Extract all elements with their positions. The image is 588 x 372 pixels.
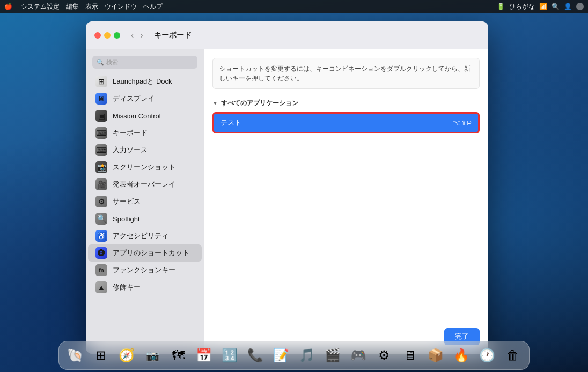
section-chevron-icon: ▼ xyxy=(212,100,218,106)
sidebar-item-appshortcuts[interactable]: 🅐 アプリのショートカット xyxy=(88,244,202,262)
sidebar-item-label: ファンクションキー xyxy=(113,265,175,275)
keyboard-icon: ⌨ xyxy=(95,127,107,139)
dock-facetime[interactable]: 📞 xyxy=(244,344,267,367)
apple-menu[interactable]: 🍎 xyxy=(4,3,12,10)
sidebar-item-label: スクリーンショット xyxy=(113,162,175,172)
screenshot-icon: 📸 xyxy=(95,161,107,173)
sidebar-item-services[interactable]: ⚙ サービス xyxy=(88,193,202,210)
menubar-system-settings[interactable]: システム設定 xyxy=(21,2,60,11)
services-icon: ⚙ xyxy=(95,196,107,207)
shortcut-name: テスト xyxy=(220,118,241,128)
dock-notes[interactable]: 📝 xyxy=(269,344,293,367)
window-title: キーボード xyxy=(154,31,192,40)
dock: 🐚 ⊞ 🧭 📷 🗺 📅 🔢 📞 📝 🎵 🎬 🎮 ⚙ 🖥 📦 🔥 🕐 🗑 xyxy=(58,341,530,370)
sidebar-item-label: 入力ソース xyxy=(113,145,148,155)
back-button[interactable]: ‹ xyxy=(129,29,136,41)
dock-finder[interactable]: 🐚 xyxy=(63,344,87,367)
menubar-view[interactable]: 表示 xyxy=(85,2,98,11)
display-icon: 🖥 xyxy=(95,93,107,105)
menubar-user-icon[interactable]: 👤 xyxy=(564,3,572,10)
search-placeholder: 検索 xyxy=(106,58,118,66)
dock-safari[interactable]: 🧭 xyxy=(115,344,138,367)
minimize-button[interactable] xyxy=(104,32,111,39)
sidebar-item-label: キーボード xyxy=(113,128,148,138)
sidebar: 🔍 検索 ⊞ Launchpadと Dock 🖥 ディスプレイ ▣ Missio… xyxy=(86,49,204,354)
sidebar-item-launchpad[interactable]: ⊞ Launchpadと Dock xyxy=(88,73,202,90)
sidebar-item-label: 発表者オーバーレイ xyxy=(113,180,175,189)
sidebar-item-label: Mission Control xyxy=(113,112,161,120)
sidebar-item-label: アプリのショートカット xyxy=(113,248,189,258)
sidebar-item-label: ディスプレイ xyxy=(113,94,155,103)
menubar-control-center[interactable] xyxy=(576,3,584,10)
function-icon: fn xyxy=(95,264,107,276)
sidebar-item-display[interactable]: 🖥 ディスプレイ xyxy=(88,90,202,107)
system-preferences-window: ‹ › キーボード 🔍 検索 ⊞ Launchpadと Dock 🖥 ディスプレ xyxy=(86,21,488,354)
sidebar-item-input[interactable]: ⌨ 入力ソース xyxy=(88,142,202,159)
dock-monitor[interactable]: 🖥 xyxy=(398,344,422,367)
sidebar-item-label: Spotlight xyxy=(113,215,140,223)
accessibility-icon: ♿ xyxy=(95,230,107,242)
sidebar-item-label: サービス xyxy=(113,197,141,206)
menubar-wifi-icon[interactable]: 📶 xyxy=(539,3,547,10)
sidebar-item-label: 修飾キー xyxy=(113,282,141,292)
desktop: 🍎 システム設定 編集 表示 ウインドウ ヘルプ 🔋 ひらがな 📶 🔍 👤 xyxy=(0,0,588,372)
sidebar-item-accessibility[interactable]: ♿ アクセシビリティ xyxy=(88,227,202,244)
shortcut-key: ⌥⇧P xyxy=(453,119,472,127)
sidebar-item-screenshot[interactable]: 📸 スクリーンショット xyxy=(88,159,202,176)
shortcut-row[interactable]: テスト ⌥⇧P xyxy=(212,112,480,133)
dock-tv[interactable]: 🎬 xyxy=(321,344,344,367)
menubar-help[interactable]: ヘルプ xyxy=(143,2,163,11)
dock-music[interactable]: 🎵 xyxy=(295,344,319,367)
dock-trash[interactable]: 🗑 xyxy=(501,344,525,367)
dock-launchpad[interactable]: ⊞ xyxy=(89,344,113,367)
spotlight-icon: 🔍 xyxy=(95,213,107,225)
section-title: すべてのアプリケーション xyxy=(221,99,298,108)
window-body: 🔍 検索 ⊞ Launchpadと Dock 🖥 ディスプレイ ▣ Missio… xyxy=(86,49,488,354)
dock-calendar[interactable]: 📅 xyxy=(192,344,216,367)
sidebar-item-modifier[interactable]: ▲ 修飾キー xyxy=(88,279,202,296)
dock-calculator[interactable]: 🔢 xyxy=(218,344,241,367)
hint-text: ショートカットを変更するには、キーコンビネーションをダブルクリックしてから、新し… xyxy=(212,58,480,89)
presenter-icon: 🎥 xyxy=(95,178,107,190)
dock-package[interactable]: 📦 xyxy=(424,344,447,367)
forward-button[interactable]: › xyxy=(138,29,145,41)
section-header[interactable]: ▼ すべてのアプリケーション xyxy=(212,96,480,110)
dock-clock[interactable]: 🕐 xyxy=(475,344,499,367)
modifier-icon: ▲ xyxy=(95,281,107,293)
traffic-lights xyxy=(94,32,120,39)
main-panel: ショートカットを変更するには、キーコンビネーションをダブルクリックしてから、新し… xyxy=(204,49,488,354)
search-icon: 🔍 xyxy=(97,59,104,66)
menubar-right: 🔋 ひらがな 📶 🔍 👤 xyxy=(497,2,584,11)
input-icon: ⌨ xyxy=(95,144,107,156)
sidebar-item-mission-control[interactable]: ▣ Mission Control xyxy=(88,107,202,124)
dock-maps[interactable]: 🗺 xyxy=(166,344,190,367)
menubar-left: 🍎 システム設定 編集 表示 ウインドウ ヘルプ xyxy=(4,2,163,11)
close-button[interactable] xyxy=(94,32,101,39)
sidebar-item-label: Launchpadと Dock xyxy=(113,77,172,86)
sidebar-item-function[interactable]: fn ファンクションキー xyxy=(88,262,202,279)
dock-flame[interactable]: 🔥 xyxy=(450,344,473,367)
menubar: 🍎 システム設定 編集 表示 ウインドウ ヘルプ 🔋 ひらがな 📶 🔍 👤 xyxy=(0,0,588,13)
launchpad-icon: ⊞ xyxy=(95,76,107,87)
sidebar-item-spotlight[interactable]: 🔍 Spotlight xyxy=(88,210,202,227)
menubar-input-method[interactable]: ひらがな xyxy=(509,2,535,11)
titlebar: ‹ › キーボード xyxy=(86,21,488,49)
sidebar-item-keyboard[interactable]: ⌨ キーボード xyxy=(88,124,202,142)
dock-arcade[interactable]: 🎮 xyxy=(347,344,370,367)
search-bar[interactable]: 🔍 検索 xyxy=(92,56,197,69)
menubar-battery-icon: 🔋 xyxy=(497,3,505,10)
menubar-window[interactable]: ウインドウ xyxy=(105,2,137,11)
menubar-search-icon[interactable]: 🔍 xyxy=(552,3,560,10)
menubar-edit[interactable]: 編集 xyxy=(66,2,79,11)
appshortcuts-icon: 🅐 xyxy=(95,247,107,259)
nav-buttons: ‹ › xyxy=(129,29,145,41)
mission-control-icon: ▣ xyxy=(95,110,107,122)
dock-settings[interactable]: ⚙ xyxy=(372,344,396,367)
dock-photos[interactable]: 📷 xyxy=(141,344,164,367)
sidebar-item-presenter[interactable]: 🎥 発表者オーバーレイ xyxy=(88,176,202,193)
sidebar-item-label: アクセシビリティ xyxy=(113,231,168,241)
maximize-button[interactable] xyxy=(114,32,120,39)
